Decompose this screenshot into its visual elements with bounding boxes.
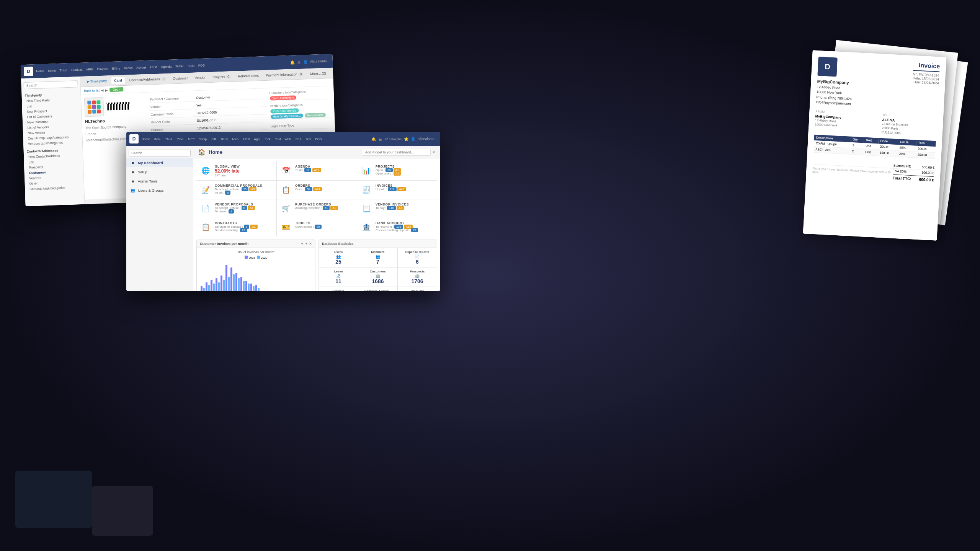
tab-more[interactable]: More... (2) bbox=[307, 70, 329, 77]
add-widget-dropdown-icon[interactable]: ▼ bbox=[432, 150, 436, 154]
tab-related[interactable]: Related items bbox=[235, 72, 262, 80]
tab-payment[interactable]: Payment information 0 bbox=[263, 70, 307, 79]
tab-card[interactable]: Card bbox=[111, 77, 126, 84]
menu-admin-tools[interactable]: ■ Admin Tools bbox=[126, 176, 193, 186]
menu-users-groups[interactable]: 👥 Users & Groups bbox=[126, 186, 193, 195]
bell-icon-c[interactable]: 🔔 bbox=[371, 137, 376, 141]
nav-test-c[interactable]: Test bbox=[304, 137, 313, 142]
nav-pos[interactable]: POS bbox=[197, 63, 206, 68]
nav-third-c[interactable]: Third. bbox=[163, 137, 174, 142]
nav-tool-c[interactable]: Tool bbox=[274, 137, 283, 142]
tab-projects[interactable]: Projects 0 bbox=[209, 73, 234, 80]
agenda-icon: 📅 bbox=[280, 165, 292, 177]
nav-mrp-c[interactable]: MRP bbox=[186, 137, 196, 142]
bc-back-to-list[interactable]: Back to list bbox=[84, 88, 100, 93]
chart-close-icon[interactable]: ✕ bbox=[309, 242, 312, 246]
add-widget-input[interactable] bbox=[362, 149, 431, 156]
nav-tools[interactable]: Tools bbox=[186, 63, 196, 68]
sidebar-search-left[interactable] bbox=[23, 80, 78, 89]
bc-arrow-right[interactable]: ▶ bbox=[105, 88, 108, 92]
bottom-decor-left bbox=[15, 471, 92, 528]
nav-pos-c[interactable]: POS bbox=[314, 137, 323, 142]
home-search-input[interactable] bbox=[129, 150, 191, 156]
vendor-invoices-icon: 📃 bbox=[360, 202, 372, 215]
invoice-to: TO ALE SA 15 rue de Bruxelles 75000 Pari… bbox=[881, 113, 937, 137]
orders-sub: Open : 54 A24 bbox=[295, 187, 354, 191]
bar-group-S bbox=[240, 277, 245, 291]
nav-banks[interactable]: Banks bbox=[122, 65, 134, 71]
tickets-sub: Open tickets : 80 bbox=[295, 225, 354, 228]
tag-hot: Hot products bbox=[305, 113, 326, 118]
bc-arrow-left[interactable]: ◀ bbox=[101, 88, 104, 92]
nav-prod-c[interactable]: Prod. bbox=[175, 137, 186, 142]
tab-customer[interactable]: Customer bbox=[170, 74, 191, 82]
card-vendor-proposals: 📄 VENDOR PROPOSALS To accept | refuse : … bbox=[196, 199, 276, 218]
commercial-content: COMMERCIAL PROPOSALS To accept | refuse … bbox=[215, 184, 273, 194]
menu-setup[interactable]: ■ Setup bbox=[126, 167, 193, 176]
orders-title: ORDERS bbox=[295, 184, 354, 187]
nav-menu-c[interactable]: Menu bbox=[152, 137, 163, 142]
nav-comp-c[interactable]: Comp. bbox=[197, 137, 209, 142]
inv-badge1: 117 bbox=[388, 187, 397, 191]
chart-filter-icon[interactable]: ▼ bbox=[301, 242, 304, 246]
invoice-title-text: Invoice bbox=[913, 62, 940, 72]
bar-group-F bbox=[206, 282, 210, 291]
bar-group-M bbox=[211, 280, 215, 291]
commercial-tobill: To bill : 0 bbox=[215, 191, 273, 194]
nav-acco-c[interactable]: Acco. bbox=[230, 137, 241, 142]
stat-users: Users 👥 25 bbox=[319, 248, 358, 267]
nav-doit-c[interactable]: DoIt. bbox=[294, 137, 304, 142]
projects-tasks: Open tasks : A1 bbox=[376, 172, 434, 175]
setup-label: Setup bbox=[138, 170, 147, 174]
nav-ager-c[interactable]: Ager. bbox=[252, 137, 263, 142]
nav-ticket[interactable]: Ticket bbox=[174, 64, 185, 69]
vendor-invoices-sub: To pay : 110 A1 bbox=[376, 206, 434, 210]
tab-contacts[interactable]: Contacts/Addresses 0 bbox=[126, 75, 169, 83]
username-center: Alicealaala... bbox=[418, 137, 437, 141]
orders-icon: 📋 bbox=[280, 184, 292, 196]
item2-tax: 20% bbox=[897, 151, 916, 158]
invoice-from: FROM MyBigCompany 12 Abbey Road 10000 Ne… bbox=[815, 109, 871, 134]
nav-actions[interactable]: Actions bbox=[135, 65, 148, 70]
invoice-paper: D MyBigCompany 12 Abbey Road 10000 New-Y… bbox=[803, 50, 947, 241]
nav-bank-c[interactable]: Bank bbox=[219, 137, 229, 142]
nav-home-c[interactable]: Home bbox=[140, 137, 151, 142]
print-icon[interactable]: 🖨 bbox=[297, 60, 301, 64]
nav-agenda[interactable]: Agenda bbox=[159, 64, 173, 69]
stat-products: Products 📦 810 bbox=[398, 287, 437, 291]
star-icon[interactable]: ⭐ bbox=[404, 137, 408, 141]
nav-tick-c[interactable]: Tick. bbox=[263, 137, 273, 142]
nav-billi-c[interactable]: Billi. bbox=[210, 137, 219, 142]
nav-menu[interactable]: Menu bbox=[46, 68, 57, 73]
users-label: Users & Groups bbox=[138, 188, 164, 192]
menu-my-dashboard[interactable]: ■ My Dashboard bbox=[126, 158, 193, 167]
nav-mrp[interactable]: MRP bbox=[85, 67, 95, 72]
nav-items-center: Home Menu Third. Prod. MRP Comp. Billi. … bbox=[140, 137, 370, 142]
vendor-invoices-title: VENDOR INVOICES bbox=[376, 202, 434, 206]
subtotal-label: Subtotal HT: bbox=[893, 164, 911, 168]
stat-expense-label: Expense reports bbox=[400, 250, 434, 254]
card-invoices: 🧾 INVOICES Unpaid : 117 A45 bbox=[357, 181, 437, 199]
chart-add-icon[interactable]: + bbox=[305, 242, 307, 246]
print-icon-c[interactable]: 🖨 bbox=[378, 137, 382, 141]
nav-billing[interactable]: Billing bbox=[110, 66, 122, 71]
bell-icon[interactable]: 🔔 bbox=[290, 60, 295, 64]
nav-projects[interactable]: Projects bbox=[95, 66, 109, 72]
vendor-proposals-sub: To accept | refuse : 8 A1 bbox=[215, 206, 273, 210]
nav-web-c[interactable]: Web. bbox=[283, 137, 293, 142]
bar-group-D bbox=[255, 285, 260, 291]
stat-expense-icon: 📄 bbox=[400, 254, 434, 259]
breadcrumb-third-party[interactable]: ▶ Third-party bbox=[83, 77, 110, 85]
vp-badge3: 1 bbox=[229, 209, 234, 214]
nav-hrm[interactable]: HRM bbox=[149, 64, 159, 70]
projects-icon: 📊 bbox=[360, 165, 372, 177]
nav-hrm-c[interactable]: HRM bbox=[242, 137, 252, 142]
barcode-img bbox=[106, 102, 130, 110]
tab-vendor[interactable]: Vendor bbox=[191, 74, 209, 82]
nav-product[interactable]: Product. bbox=[70, 67, 84, 72]
stat-users-value: 25 bbox=[321, 259, 356, 265]
nav-third[interactable]: Third. bbox=[58, 67, 69, 73]
invoices-sub: Unpaid : 117 A45 bbox=[376, 187, 434, 191]
stat-expense-value: 6 bbox=[400, 259, 434, 265]
nav-home[interactable]: Home bbox=[34, 68, 46, 74]
